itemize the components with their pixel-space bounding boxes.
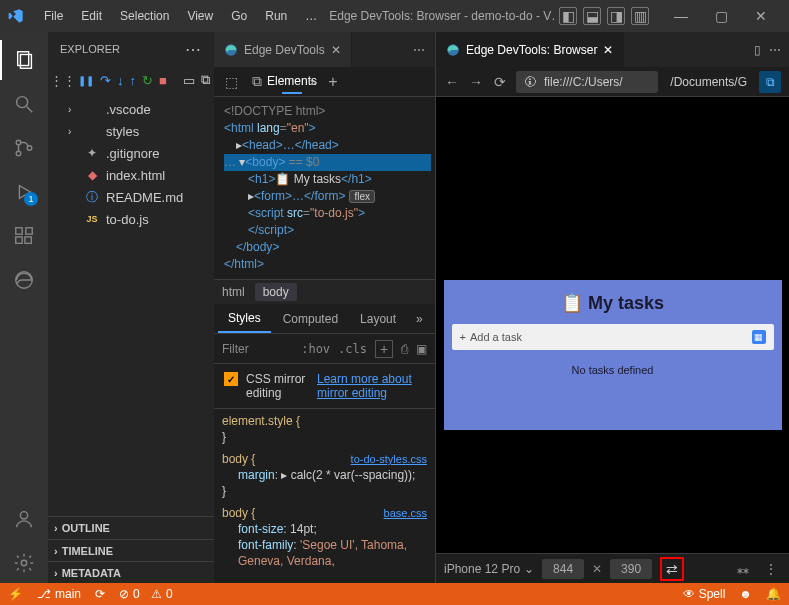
flex-badge[interactable]: flex: [349, 190, 375, 203]
wand-icon[interactable]: ⁎⁎: [733, 562, 753, 576]
debug-step-over-icon[interactable]: ↷: [100, 71, 111, 89]
tree-folder-vscode[interactable]: ›.vscode: [48, 98, 214, 120]
tree-file-gitignore[interactable]: ✦.gitignore: [48, 142, 214, 164]
cls-toggle[interactable]: .cls: [338, 342, 367, 356]
device-emulation-icon[interactable]: ⧉: [248, 73, 266, 90]
minimize-button[interactable]: —: [661, 0, 701, 32]
hov-toggle[interactable]: :hov: [301, 342, 330, 356]
spell-indicator[interactable]: 👁Spell: [683, 587, 726, 601]
filter-input[interactable]: Filter: [222, 342, 249, 356]
reload-icon[interactable]: ⟳: [492, 74, 508, 90]
debug-step-out-icon[interactable]: ↑: [130, 71, 137, 89]
bell-icon[interactable]: 🔔: [766, 587, 781, 601]
section-outline[interactable]: ›OUTLINE: [48, 517, 214, 539]
split-editor-icon[interactable]: ▯: [754, 43, 761, 57]
chevron-right-icon: ›: [54, 522, 58, 534]
toggle-panel-icon[interactable]: ⧉: [201, 71, 210, 89]
dom-tree[interactable]: <!DOCTYPE html> <html lang="en"> ▸<head>…: [214, 97, 435, 280]
maximize-button[interactable]: ▢: [701, 0, 741, 32]
devtools-add-tab-icon[interactable]: +: [324, 73, 342, 91]
debug-pause-icon[interactable]: ❚❚: [78, 71, 94, 89]
activity-extensions[interactable]: [0, 216, 48, 256]
tab-styles[interactable]: Styles: [218, 305, 271, 333]
crumb-html[interactable]: html: [222, 285, 245, 299]
menu-go[interactable]: Go: [223, 5, 255, 27]
section-timeline[interactable]: ›TIMELINE: [48, 539, 214, 561]
device-more-icon[interactable]: ⋮: [761, 562, 781, 576]
tab-edge-devtools[interactable]: Edge DevTools ✕: [214, 32, 352, 67]
tab-more-icon[interactable]: ⋯: [403, 43, 435, 57]
activity-explorer[interactable]: [0, 40, 48, 80]
device-height[interactable]: 390: [610, 559, 652, 579]
tab-close-icon[interactable]: ✕: [603, 43, 613, 57]
tab-edge-browser[interactable]: Edge DevTools: Browser ✕: [436, 32, 624, 67]
activity-debug[interactable]: 1: [0, 172, 48, 212]
problems-indicator[interactable]: ⊘0 ⚠0: [119, 587, 173, 601]
debug-grip-icon[interactable]: ⋮⋮: [54, 71, 72, 89]
menu-edit[interactable]: Edit: [73, 5, 110, 27]
rendered-page[interactable]: 📋 My tasks +Add a task ▦ No tasks define…: [444, 280, 782, 430]
print-icon[interactable]: ⎙: [401, 342, 408, 356]
source-link[interactable]: base.css: [384, 505, 427, 521]
crumb-body[interactable]: body: [255, 283, 297, 301]
remote-indicator[interactable]: ⚡: [8, 587, 23, 601]
layout-bottom-icon[interactable]: ⬓: [583, 7, 601, 25]
chevron-right-icon: ›: [54, 545, 58, 557]
styles-more-icon[interactable]: »: [408, 312, 431, 326]
activity-settings[interactable]: [0, 543, 48, 583]
styles-pane[interactable]: element.style { } body {to-do-styles.css…: [214, 409, 435, 583]
tree-folder-styles[interactable]: ›styles: [48, 120, 214, 142]
empty-message: No tasks defined: [452, 364, 774, 376]
explorer-more-icon[interactable]: ⋯: [185, 40, 202, 59]
devtools-more-tabs-icon[interactable]: »: [304, 75, 322, 89]
tree-file-readme[interactable]: ⓘREADME.md: [48, 186, 214, 208]
layout-grid-icon[interactable]: ▥: [631, 7, 649, 25]
url-box[interactable]: 🛈 file:///C:/Users/: [516, 71, 658, 93]
layout-right-icon[interactable]: ◨: [607, 7, 625, 25]
section-metadata[interactable]: ›METADATA: [48, 561, 214, 583]
activity-search[interactable]: [0, 84, 48, 124]
source-link[interactable]: to-do-styles.css: [351, 451, 427, 467]
feedback-icon[interactable]: ☻: [739, 587, 752, 601]
open-devtools-icon[interactable]: ⧉: [759, 71, 781, 93]
debug-stop-icon[interactable]: ■: [159, 71, 167, 89]
menu-file[interactable]: File: [36, 5, 71, 27]
forward-icon[interactable]: →: [468, 74, 484, 90]
debug-restart-icon[interactable]: ↻: [142, 71, 153, 89]
branch-icon: ⎇: [37, 587, 51, 601]
layout-left-icon[interactable]: ◧: [559, 7, 577, 25]
tab-computed[interactable]: Computed: [273, 306, 348, 332]
tab-elements[interactable]: Elements: [282, 70, 302, 94]
tree-file-todo-js[interactable]: JSto-do.js: [48, 208, 214, 230]
screencast-icon[interactable]: ▭: [183, 71, 195, 89]
more-actions-icon[interactable]: ▣: [416, 342, 427, 356]
mirror-checkbox[interactable]: ✓: [224, 372, 238, 386]
tab-more-icon[interactable]: ⋯: [769, 43, 781, 57]
close-button[interactable]: ✕: [741, 0, 781, 32]
tree-file-index-html[interactable]: ◆index.html: [48, 164, 214, 186]
device-select[interactable]: iPhone 12 Pro⌄: [444, 562, 534, 576]
device-width[interactable]: 844: [542, 559, 584, 579]
tab-close-icon[interactable]: ✕: [331, 43, 341, 57]
menu-selection[interactable]: Selection: [112, 5, 177, 27]
menu-view[interactable]: View: [179, 5, 221, 27]
back-icon[interactable]: ←: [444, 74, 460, 90]
activity-edge-tools[interactable]: [0, 260, 48, 300]
menu-run[interactable]: Run: [257, 5, 295, 27]
file-icon: ✦: [84, 146, 100, 160]
activity-account[interactable]: [0, 499, 48, 539]
mirror-link[interactable]: Learn more about mirror editing: [317, 372, 425, 400]
menu-more[interactable]: …: [297, 5, 325, 27]
branch-indicator[interactable]: ⎇main: [37, 587, 81, 601]
calendar-button[interactable]: ▦: [752, 330, 766, 344]
rotate-device-button[interactable]: ⇄: [660, 557, 684, 581]
svg-point-6: [27, 146, 32, 151]
dom-selected-body[interactable]: … ▾<body> == $0: [224, 154, 431, 171]
new-rule-icon[interactable]: +: [375, 340, 393, 358]
add-task-bar[interactable]: +Add a task ▦: [452, 324, 774, 350]
tab-layout[interactable]: Layout: [350, 306, 406, 332]
activity-scm[interactable]: [0, 128, 48, 168]
sync-indicator[interactable]: ⟳: [95, 587, 105, 601]
inspect-icon[interactable]: ⬚: [222, 74, 240, 90]
debug-step-into-icon[interactable]: ↓: [117, 71, 124, 89]
